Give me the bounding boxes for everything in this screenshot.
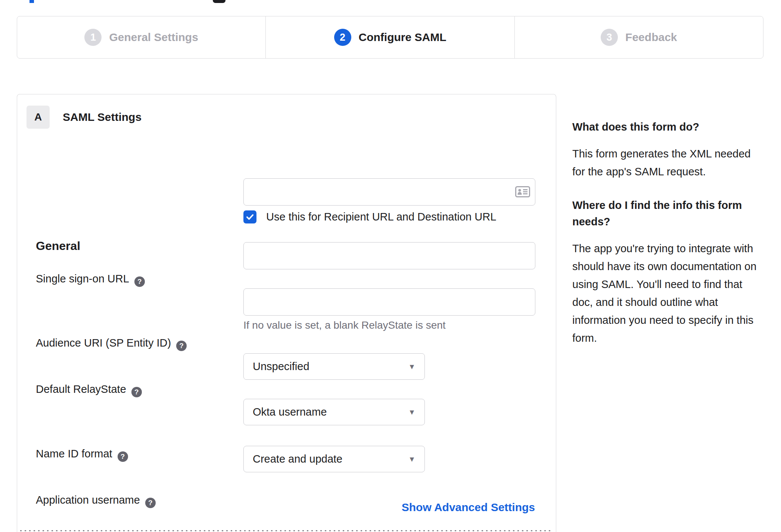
dotted-section-divider [20, 530, 553, 531]
label-text: Single sign-on URL [36, 273, 129, 285]
help-heading-1: What does this form do? [572, 119, 764, 135]
step-feedback[interactable]: 3 Feedback [514, 16, 763, 58]
step-label: Feedback [625, 31, 677, 44]
sso-url-input[interactable] [243, 178, 535, 206]
help-heading-2: Where do I find the info this form needs… [572, 197, 764, 230]
step-general-settings[interactable]: 1 General Settings [17, 16, 265, 58]
cutoff-blue-fragment [29, 0, 34, 3]
help-body-2: The app you're trying to integrate with … [572, 240, 764, 347]
step-number-badge: 1 [84, 29, 102, 46]
step-number-badge: 3 [601, 29, 618, 46]
caret-down-icon: ▾ [410, 362, 414, 372]
app-username-select[interactable]: Okta username ▾ [243, 399, 425, 425]
show-advanced-settings-link[interactable]: Show Advanced Settings [402, 501, 535, 514]
wizard-stepper: 1 General Settings 2 Configure SAML 3 Fe… [17, 16, 763, 59]
help-icon[interactable]: ? [118, 451, 128, 462]
select-value: Okta username [253, 406, 410, 418]
sso-url-label: Single sign-on URL? [36, 273, 145, 287]
help-icon[interactable]: ? [145, 498, 156, 508]
label-text: Name ID format [36, 448, 112, 460]
nameid-format-select[interactable]: Unspecified ▾ [243, 353, 425, 380]
checkbox-checked[interactable] [243, 210, 256, 223]
select-value: Create and update [253, 453, 410, 465]
relaystate-label: Default RelayState? [36, 383, 142, 397]
step-number-badge: 2 [334, 29, 351, 46]
step-configure-saml[interactable]: 2 Configure SAML [265, 16, 514, 58]
relaystate-input[interactable] [243, 288, 535, 316]
audience-uri-label: Audience URI (SP Entity ID)? [36, 337, 187, 351]
help-icon[interactable]: ? [176, 341, 187, 351]
general-section-heading: General [36, 239, 80, 253]
saml-settings-panel: A SAML Settings General Single sign-on U… [17, 94, 556, 532]
help-sidebar: What does this form do? This form genera… [572, 119, 764, 363]
help-icon[interactable]: ? [134, 276, 145, 287]
audience-uri-input[interactable] [243, 242, 535, 269]
app-username-label: Application username? [36, 494, 156, 508]
relaystate-helper-text: If no value is set, a blank RelayState i… [243, 319, 446, 331]
check-icon [246, 213, 254, 221]
nameid-format-label: Name ID format? [36, 448, 128, 462]
label-text: Audience URI (SP Entity ID) [36, 337, 171, 349]
label-text: Application username [36, 494, 140, 506]
step-label: General Settings [109, 31, 198, 44]
panel-title: SAML Settings [63, 111, 141, 123]
help-icon[interactable]: ? [131, 387, 142, 397]
caret-down-icon: ▾ [410, 454, 414, 464]
caret-down-icon: ▾ [410, 407, 414, 417]
label-text: Default RelayState [36, 383, 126, 395]
checkbox-label: Use this for Recipient URL and Destinati… [266, 211, 496, 223]
cutoff-app-logo-fragment [213, 0, 225, 3]
help-body-1: This form generates the XML needed for t… [572, 145, 764, 181]
step-label: Configure SAML [359, 31, 446, 44]
section-a-badge: A [27, 106, 50, 129]
select-value: Unspecified [253, 360, 410, 373]
update-username-select[interactable]: Create and update ▾ [243, 446, 425, 472]
recipient-url-checkbox-row: Use this for Recipient URL and Destinati… [243, 210, 496, 223]
